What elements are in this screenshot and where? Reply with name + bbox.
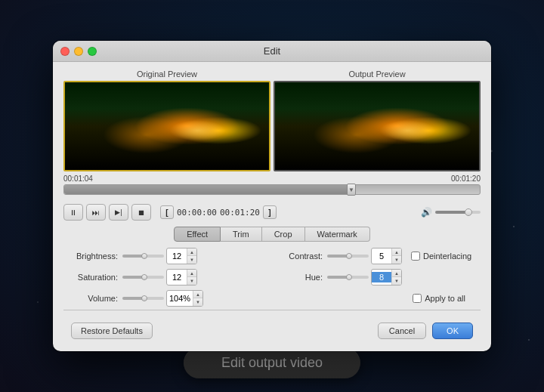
window-title: Edit	[264, 45, 280, 57]
tab-effect[interactable]: Effect	[174, 227, 221, 242]
scrubber-fill	[64, 185, 355, 194]
brightness-thumb[interactable]	[141, 253, 147, 259]
saturation-thumb[interactable]	[141, 274, 147, 280]
brightness-down[interactable]: ▼	[187, 256, 196, 264]
tabs-row: Effect Trim Crop Watermark	[63, 227, 481, 242]
contrast-up[interactable]: ▲	[392, 248, 401, 256]
apply-all-label: Apply to all	[425, 294, 465, 303]
actions-row: Restore Defaults Cancel OK	[63, 313, 481, 341]
volume-label: Volume:	[71, 294, 118, 303]
separator	[63, 310, 481, 310]
apply-all-row: Apply to all	[276, 290, 473, 307]
original-preview-panel: Original Preview	[63, 69, 270, 171]
scrubber-thumb[interactable]	[347, 184, 356, 196]
volume-thumb[interactable]	[465, 208, 472, 216]
contrast-spin: ▲ ▼	[391, 248, 401, 264]
volume-value[interactable]	[167, 293, 193, 304]
time-labels: 00:01:04 00:01:20	[63, 174, 481, 183]
brightness-input[interactable]: ▲ ▼	[166, 248, 197, 264]
tab-crop[interactable]: Crop	[262, 227, 305, 242]
skip-button[interactable]: ▶|	[109, 204, 128, 221]
hue-slider[interactable]	[327, 276, 369, 279]
brightness-slider-control: ▲ ▼	[122, 248, 197, 264]
apply-all-checkbox[interactable]	[413, 294, 422, 303]
settings-grid: Brightness: ▲ ▼ Contrast:	[63, 248, 481, 307]
step-forward-button[interactable]: ⏭	[86, 204, 106, 221]
brightness-spin: ▲ ▼	[187, 248, 196, 264]
start-time-label: 00:01:04	[63, 174, 93, 183]
minimize-button[interactable]	[74, 47, 83, 56]
volume-row: Volume: ▲ ▼	[71, 290, 268, 307]
volume-track[interactable]	[122, 297, 164, 300]
saturation-input[interactable]: ▲ ▼	[166, 269, 197, 286]
brightness-slider[interactable]	[122, 255, 164, 258]
hue-thumb[interactable]	[346, 274, 352, 280]
hue-down[interactable]: ▼	[392, 277, 401, 285]
original-video-content	[65, 82, 269, 170]
apply-all-checkbox-row: Apply to all	[413, 294, 465, 303]
deinterlacing-row: Deinterlacing	[411, 252, 471, 261]
bottom-label: Edit output video	[184, 347, 360, 378]
output-preview-label: Output Preview	[274, 69, 481, 79]
saturation-slider-control: ▲ ▼	[122, 269, 197, 286]
contrast-input[interactable]: ▲ ▼	[371, 248, 402, 264]
hue-input[interactable]: ▲ ▼	[371, 269, 402, 286]
start-bracket-button[interactable]: [	[160, 205, 174, 219]
maximize-button[interactable]	[88, 47, 97, 56]
saturation-slider[interactable]	[122, 276, 164, 279]
deinterlacing-checkbox[interactable]	[411, 252, 420, 261]
volume-down[interactable]: ▼	[193, 298, 202, 306]
controls-row: ⏸ ⏭ ▶| ⏹ [ 00:00:00 00:01:20 ] 🔊	[63, 198, 481, 225]
contrast-label: Contrast:	[276, 252, 323, 261]
brightness-value[interactable]	[167, 251, 187, 261]
saturation-label: Saturation:	[71, 273, 118, 282]
cancel-button[interactable]: Cancel	[378, 323, 426, 339]
end-bracket-button[interactable]: ]	[263, 205, 277, 219]
contrast-thumb[interactable]	[346, 253, 352, 259]
restore-defaults-button[interactable]: Restore Defaults	[71, 323, 153, 339]
saturation-up[interactable]: ▲	[187, 270, 196, 277]
saturation-value[interactable]	[167, 272, 187, 282]
volume-up[interactable]: ▲	[193, 291, 202, 298]
window-controls	[60, 47, 97, 56]
timeline-area: 00:01:04 00:01:20	[63, 174, 481, 195]
close-button[interactable]	[60, 47, 70, 56]
ok-button[interactable]: OK	[432, 323, 473, 339]
tab-watermark[interactable]: Watermark	[305, 227, 370, 242]
volume-track-thumb[interactable]	[141, 295, 147, 301]
scrubber-track[interactable]	[63, 184, 481, 195]
brightness-up[interactable]: ▲	[187, 248, 196, 256]
original-preview-video	[63, 81, 270, 171]
playback-buttons: ⏸ ⏭ ▶| ⏹	[63, 204, 151, 221]
output-video-content	[275, 82, 479, 170]
output-preview-panel: Output Preview	[274, 69, 481, 171]
hue-up[interactable]: ▲	[392, 270, 401, 277]
stop-button[interactable]: ⏹	[131, 204, 151, 221]
time-bracket: [ 00:00:00 00:01:20 ]	[160, 205, 277, 219]
contrast-row: Contrast: ▲ ▼ Deinterlacing	[276, 248, 473, 264]
brightness-label: Brightness:	[71, 252, 118, 261]
saturation-row: Saturation: ▲ ▼	[71, 269, 268, 286]
volume-input[interactable]: ▲ ▼	[166, 290, 203, 307]
saturation-down[interactable]: ▼	[187, 277, 196, 285]
contrast-slider[interactable]	[327, 255, 369, 258]
edit-window: Edit Original Preview Output Preview 00:…	[53, 41, 491, 351]
preview-section: Original Preview Output Preview	[63, 69, 481, 171]
hue-value[interactable]	[372, 272, 391, 282]
end-time-label: 00:01:20	[451, 174, 481, 183]
volume-slider[interactable]	[435, 211, 481, 214]
brightness-row: Brightness: ▲ ▼	[71, 248, 268, 264]
volume-slider-control: ▲ ▼	[122, 290, 203, 307]
hue-spin: ▲ ▼	[391, 270, 401, 285]
end-time-display: 00:01:20	[220, 208, 260, 218]
hue-label: Hue:	[276, 273, 323, 282]
current-time-display: 00:00:00	[177, 208, 217, 218]
contrast-down[interactable]: ▼	[392, 256, 401, 264]
contrast-slider-control: ▲ ▼	[327, 248, 402, 264]
output-preview-video	[274, 81, 481, 171]
volume-icon: 🔊	[421, 207, 432, 218]
contrast-value[interactable]	[372, 251, 391, 261]
titlebar: Edit	[53, 41, 491, 62]
tab-trim[interactable]: Trim	[221, 227, 262, 242]
pause-button[interactable]: ⏸	[63, 204, 83, 221]
